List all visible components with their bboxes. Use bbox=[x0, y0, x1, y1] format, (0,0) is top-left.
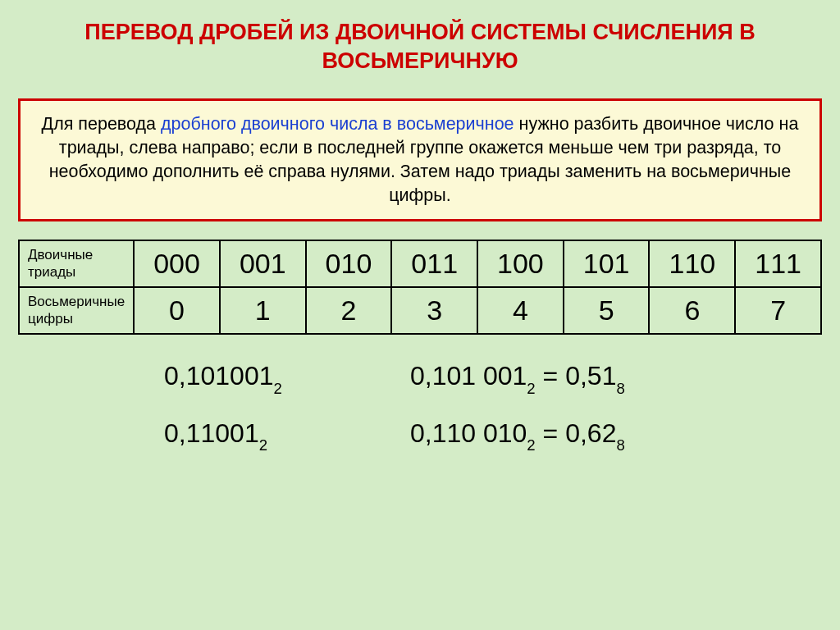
octal-cell: 5 bbox=[564, 287, 650, 334]
ex-sub: 2 bbox=[273, 380, 281, 397]
table-row: Двоичные триады 000 001 010 011 100 101 … bbox=[19, 240, 821, 287]
example-right: 0,110 0102 = 0,628 bbox=[410, 418, 625, 452]
ex-num: 0,62 bbox=[565, 418, 616, 448]
triad-cell: 111 bbox=[735, 240, 821, 287]
ex-num: 0,51 bbox=[565, 361, 616, 390]
ex-num: 0,110 010 bbox=[410, 418, 527, 448]
example-row: 0,110012 0,110 0102 = 0,628 bbox=[0, 418, 840, 452]
example-left: 0,1010012 bbox=[164, 361, 410, 395]
ex-eq: = bbox=[536, 418, 565, 448]
ex-num: 0,11001 bbox=[164, 418, 259, 448]
octal-cell: 1 bbox=[220, 287, 306, 334]
rule-highlight: дробного двоичного числа в восьмеричное bbox=[161, 114, 514, 134]
triad-table: Двоичные триады 000 001 010 011 100 101 … bbox=[18, 240, 822, 335]
triad-cell: 011 bbox=[391, 240, 477, 287]
ex-sub: 2 bbox=[527, 380, 535, 397]
triad-cell: 001 bbox=[220, 240, 306, 287]
octal-cell: 4 bbox=[477, 287, 564, 334]
page-title: ПЕРЕВОД ДРОБЕЙ ИЗ ДВОИЧНОЙ СИСТЕМЫ СЧИСЛ… bbox=[0, 0, 840, 90]
example-right: 0,101 0012 = 0,518 bbox=[410, 361, 625, 395]
examples: 0,1010012 0,101 0012 = 0,518 0,110012 0,… bbox=[0, 356, 840, 452]
octal-cell: 7 bbox=[735, 287, 821, 334]
example-left: 0,110012 bbox=[164, 418, 410, 452]
rule-box: Для перевода дробного двоичного числа в … bbox=[18, 98, 822, 221]
example-row: 0,1010012 0,101 0012 = 0,518 bbox=[0, 361, 840, 395]
octal-cell: 2 bbox=[306, 287, 392, 334]
ex-sub: 2 bbox=[259, 436, 267, 454]
ex-eq: = bbox=[536, 361, 565, 390]
triad-cell: 010 bbox=[306, 240, 392, 287]
ex-sub: 8 bbox=[616, 380, 624, 397]
table-row: Восьмеричные цифры 0 1 2 3 4 5 6 7 bbox=[19, 287, 821, 334]
triad-cell: 101 bbox=[564, 240, 650, 287]
triad-cell: 110 bbox=[649, 240, 735, 287]
row1-label: Двоичные триады bbox=[19, 240, 134, 287]
octal-cell: 3 bbox=[391, 287, 477, 334]
rule-pre: Для перевода bbox=[42, 114, 161, 134]
octal-cell: 0 bbox=[134, 287, 220, 334]
ex-sub: 2 bbox=[527, 436, 535, 454]
ex-sub: 8 bbox=[616, 436, 624, 454]
row2-label: Восьмеричные цифры bbox=[19, 287, 134, 334]
ex-num: 0,101 001 bbox=[410, 361, 527, 390]
triad-cell: 100 bbox=[477, 240, 564, 287]
ex-num: 0,101001 bbox=[164, 361, 273, 390]
octal-cell: 6 bbox=[649, 287, 735, 334]
triad-cell: 000 bbox=[134, 240, 220, 287]
